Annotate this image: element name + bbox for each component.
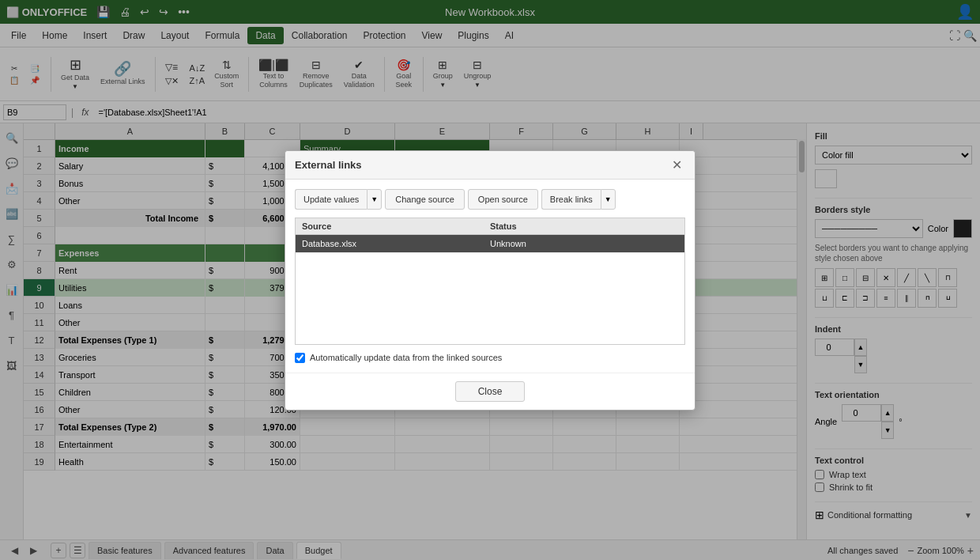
modal-table-body[interactable]: Database.xlsx Unknown xyxy=(295,234,685,345)
modal-toolbar: Update values ▼ Change source Open sourc… xyxy=(295,189,685,210)
status-col-header: Status xyxy=(490,221,678,231)
auto-update-checkbox[interactable] xyxy=(295,353,305,363)
modal-body: Update values ▼ Change source Open sourc… xyxy=(285,180,695,373)
update-values-arrow-btn[interactable]: ▼ xyxy=(367,189,382,210)
source-cell: Database.xlsx xyxy=(302,239,490,248)
break-links-btn-group: Break links ▼ xyxy=(541,189,616,210)
modal-checkbox-row: Automatically update data from the linke… xyxy=(295,353,685,363)
modal-table-header: Source Status xyxy=(295,218,685,234)
modal-table-row[interactable]: Database.xlsx Unknown xyxy=(296,235,684,253)
modal-overlay[interactable]: External links ✕ Update values ▼ Change … xyxy=(0,0,980,560)
modal-close-btn[interactable]: Close xyxy=(455,381,526,402)
open-source-btn[interactable]: Open source xyxy=(468,189,538,210)
source-col-header: Source xyxy=(302,221,490,231)
external-links-modal: External links ✕ Update values ▼ Change … xyxy=(285,150,695,411)
modal-footer: Close xyxy=(285,373,695,410)
modal-header: External links ✕ xyxy=(285,151,695,180)
break-links-arrow-btn[interactable]: ▼ xyxy=(601,189,616,210)
status-cell: Unknown xyxy=(490,239,678,248)
modal-close-x-btn[interactable]: ✕ xyxy=(669,157,685,172)
break-links-btn[interactable]: Break links xyxy=(541,189,601,210)
update-values-btn[interactable]: Update values xyxy=(295,189,367,210)
update-values-btn-group: Update values ▼ xyxy=(295,189,382,210)
change-source-btn[interactable]: Change source xyxy=(385,189,465,210)
auto-update-label: Automatically update data from the linke… xyxy=(310,353,502,362)
modal-title: External links xyxy=(295,159,362,171)
